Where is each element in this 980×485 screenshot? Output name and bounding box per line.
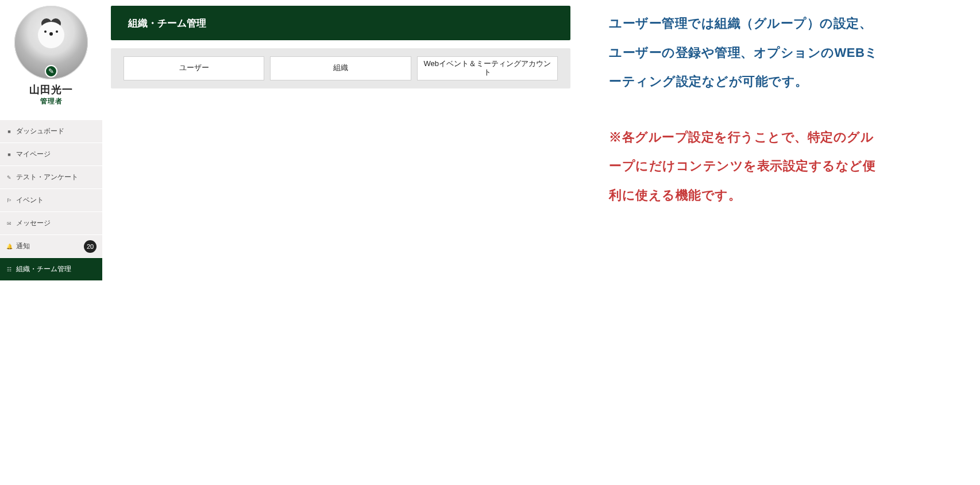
sidebar: ✎ 山田光一 管理者 ■ ダッシュボード ■ マイページ ✎ テスト・アンケート… — [0, 0, 102, 281]
edit-avatar-button[interactable]: ✎ — [45, 65, 57, 78]
tab-org[interactable]: 組織 — [270, 56, 411, 80]
tab-label: Webイベント＆ミーティングアカウント — [421, 60, 554, 77]
tab-label: 組織 — [333, 64, 348, 72]
sidebar-item-mypage[interactable]: ■ マイページ — [0, 143, 102, 166]
sidebar-item-label: ダッシュボード — [16, 126, 64, 136]
profile-role: 管理者 — [6, 97, 97, 106]
bell-icon: 🔔 — [6, 244, 13, 249]
test-icon: ✎ — [6, 175, 13, 180]
sidebar-nav: ■ ダッシュボード ■ マイページ ✎ テスト・アンケート 🏳 イベント ✉ メ… — [0, 120, 102, 281]
dashboard-icon: ■ — [6, 129, 13, 134]
profile-card: ✎ 山田光一 管理者 — [0, 6, 102, 113]
help-note-1: ユーザー管理では組織（グループ）の設定、ユーザーの登録や管理、オプションのWEB… — [609, 9, 885, 97]
sidebar-item-test[interactable]: ✎ テスト・アンケート — [0, 166, 102, 189]
sidebar-item-notification[interactable]: 🔔 通知 20 — [0, 235, 102, 258]
sidebar-item-label: イベント — [16, 195, 44, 205]
sidebar-item-dashboard[interactable]: ■ ダッシュボード — [0, 120, 102, 143]
profile-name: 山田光一 — [6, 83, 97, 97]
mypage-icon: ■ — [6, 152, 13, 157]
pencil-icon: ✎ — [48, 67, 54, 75]
tab-label: ユーザー — [179, 64, 209, 72]
sidebar-item-label: メッセージ — [16, 218, 51, 228]
notification-count-badge: 20 — [84, 240, 97, 253]
help-notes: ユーザー管理では組織（グループ）の設定、ユーザーの登録や管理、オプションのWEB… — [609, 9, 885, 210]
org-icon: ☷ — [6, 267, 13, 272]
tab-users[interactable]: ユーザー — [124, 56, 264, 80]
sidebar-item-label: 通知 — [16, 241, 30, 251]
sidebar-item-label: テスト・アンケート — [16, 172, 78, 182]
sidebar-item-event[interactable]: 🏳 イベント — [0, 189, 102, 212]
sidebar-item-label: 組織・チーム管理 — [16, 264, 71, 274]
message-icon: ✉ — [6, 221, 13, 226]
help-note-2: ※各グループ設定を行うことで、特定のグループにだけコンテンツを表示設定するなど便… — [609, 123, 885, 210]
sidebar-item-label: マイページ — [16, 149, 51, 159]
page-header: 組織・チーム管理 — [111, 6, 570, 40]
tab-web-meeting[interactable]: Webイベント＆ミーティングアカウント — [417, 56, 558, 80]
sidebar-item-org-team[interactable]: ☷ 組織・チーム管理 — [0, 258, 102, 281]
event-icon: 🏳 — [6, 198, 13, 203]
sidebar-item-message[interactable]: ✉ メッセージ — [0, 212, 102, 235]
main-content: 組織・チーム管理 ユーザー 組織 Webイベント＆ミーティングアカウント — [111, 0, 570, 88]
tab-bar: ユーザー 組織 Webイベント＆ミーティングアカウント — [111, 48, 570, 88]
page-title: 組織・チーム管理 — [128, 17, 206, 30]
avatar-container: ✎ — [14, 6, 88, 79]
